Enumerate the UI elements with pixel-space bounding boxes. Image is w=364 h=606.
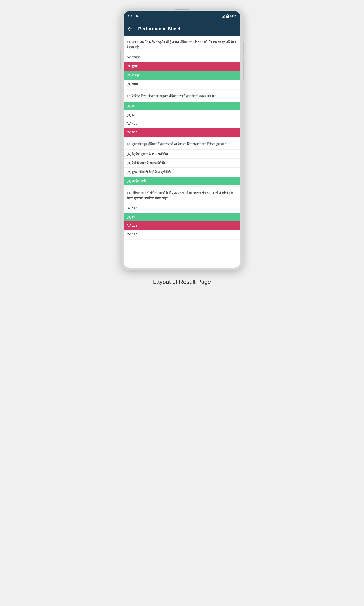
status-battery-text: 81% [230, 14, 236, 18]
question-block: 11. सन् 1936 में भारतीय राष्ट्रीय काँग्र… [124, 36, 240, 90]
status-time: 7:41 [128, 14, 134, 18]
answer-option[interactable]: [C] 225 [124, 221, 240, 230]
app-bar: Performance Sheet [124, 21, 240, 36]
answer-option[interactable]: [C] फैजपुर [124, 71, 240, 80]
question-text: 12. कैबिनेट मिशन योजना के अनुसार संविधान… [124, 90, 240, 102]
phone-speaker [175, 9, 189, 10]
answer-option[interactable]: [B] मुम्बई [124, 62, 240, 71]
answer-option[interactable]: [D] 505 [124, 128, 240, 137]
question-text: 11. सन् 1936 में भारतीय राष्ट्रीय काँग्र… [124, 36, 240, 53]
answer-option[interactable]: [A] 195 [124, 204, 240, 213]
page-title: Performance Sheet [138, 26, 181, 32]
status-bar: 7:41 81% [124, 11, 240, 21]
content-scroll[interactable]: 11. सन् 1936 में भारतीय राष्ट्रीय काँग्र… [124, 36, 240, 268]
answer-option[interactable]: [B] 208 [124, 213, 240, 221]
svg-rect-1 [227, 14, 228, 15]
svg-rect-3 [226, 15, 228, 16]
svg-rect-0 [224, 16, 224, 17]
question-block: 14. संविधान सभा में विभिन्न प्रान्तों के… [124, 187, 240, 240]
answer-option[interactable]: [A] कानपुर [124, 53, 240, 62]
answer-option[interactable]: [D] उपर्युक्त सभी [124, 177, 240, 185]
send-icon [136, 14, 139, 18]
question-text: 13. प्रस्तावित मूल संविधान में कुल सदस्य… [124, 138, 240, 150]
phone-side-button-left [120, 51, 121, 69]
question-block: 13. प्रस्तावित मूल संविधान में कुल सदस्य… [124, 138, 240, 187]
phone-side-button-right-top [243, 42, 244, 55]
answer-option[interactable]: [B] देशी रियासतों के 93 प्रतिनिधि [124, 158, 240, 167]
back-arrow-icon[interactable] [127, 26, 132, 31]
question-text: 14. संविधान सभा में विभिन्न प्रान्तों के… [124, 187, 240, 204]
signal-icon [221, 14, 225, 18]
answer-option[interactable]: [A] 389 [124, 102, 240, 110]
answer-option[interactable]: [A] ब्रिटिश प्रान्तों के 292 प्रतिनिध [124, 149, 240, 158]
answer-option[interactable]: [C] 429 [124, 119, 240, 128]
phone-frame: 7:41 81% Performance Sheet 11. सन् [121, 8, 243, 270]
answer-option[interactable]: [B] 409 [124, 110, 240, 119]
answer-option[interactable]: [C] मुख्य कमिश्नरी क्षेत्रों के 4 प्रतिन… [124, 167, 240, 177]
battery-icon [226, 14, 229, 18]
answer-option[interactable]: [D] लाहौर [124, 80, 240, 89]
question-block: 12. कैबिनेट मिशन योजना के अनुसार संविधान… [124, 90, 240, 138]
answer-option[interactable]: [D] 235 [124, 230, 240, 239]
phone-side-button-right-bottom [243, 59, 244, 80]
caption-text: Layout of Result Page [153, 279, 211, 285]
